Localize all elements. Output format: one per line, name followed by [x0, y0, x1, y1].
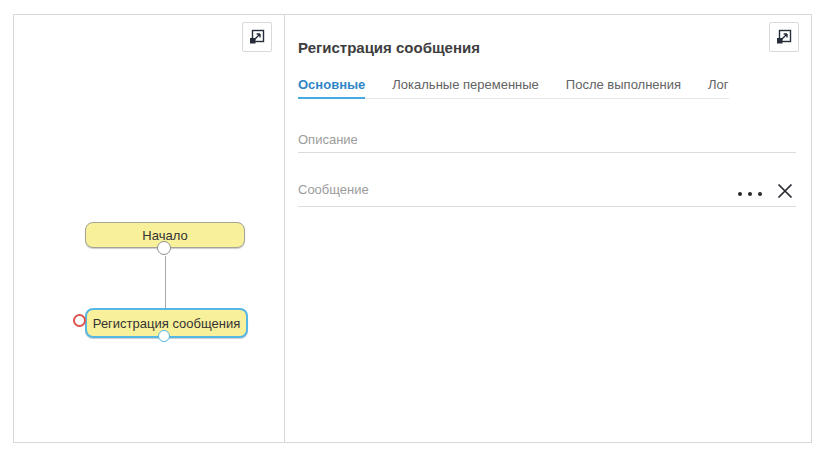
- message-placeholder: Сообщение: [298, 182, 796, 197]
- tab-bar: Основные Локальные переменные После выпо…: [298, 77, 729, 99]
- tab-local-variables[interactable]: Локальные переменные: [392, 77, 539, 98]
- expand-icon: [249, 29, 265, 45]
- description-field[interactable]: Описание: [298, 127, 796, 153]
- flow-connector-line: [165, 256, 166, 308]
- message-field[interactable]: Сообщение: [298, 177, 796, 207]
- canvas-expand-button[interactable]: [242, 22, 272, 52]
- flow-node-register-label: Регистрация сообщения: [93, 316, 240, 331]
- close-icon[interactable]: [774, 180, 796, 202]
- panel-expand-button[interactable]: [769, 22, 799, 52]
- tab-log[interactable]: Лог: [708, 77, 729, 98]
- description-placeholder: Описание: [298, 132, 796, 147]
- expand-icon: [776, 29, 792, 45]
- page-title: Регистрация сообщения: [298, 39, 480, 56]
- tab-main[interactable]: Основные: [298, 77, 365, 98]
- workspace: Начало Регистрация сообщения Регистрация…: [13, 14, 812, 443]
- error-port-register[interactable]: [73, 314, 86, 327]
- properties-panel: Регистрация сообщения Основные Локальные…: [285, 15, 811, 442]
- more-icon[interactable]: [738, 184, 762, 198]
- message-field-actions: [738, 179, 796, 203]
- flowchart-canvas[interactable]: Начало Регистрация сообщения: [14, 15, 285, 442]
- output-port-start[interactable]: [157, 241, 171, 255]
- output-port-register[interactable]: [158, 330, 170, 342]
- tab-after-execution[interactable]: После выполнения: [566, 77, 681, 98]
